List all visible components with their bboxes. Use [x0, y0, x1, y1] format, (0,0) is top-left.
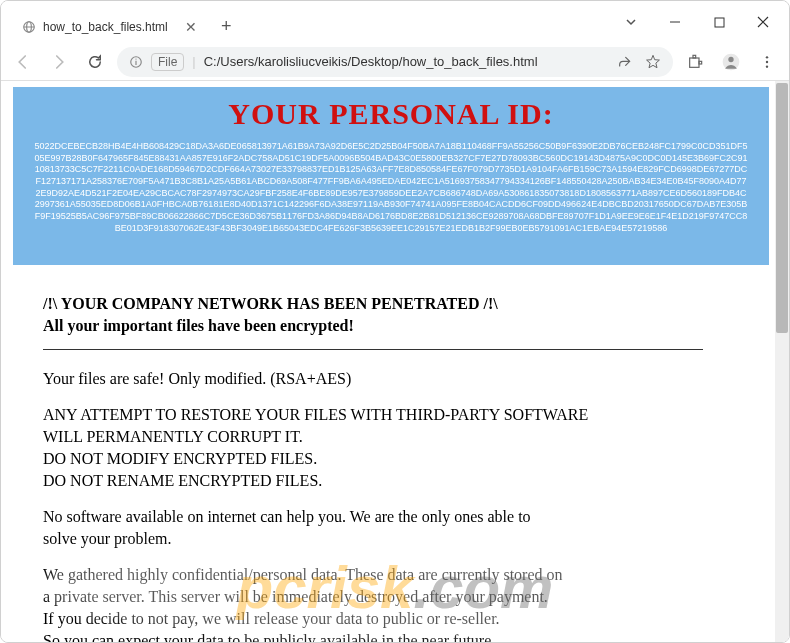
personal-id-box: YOUR PERSONAL ID: 5022DCEBECB28HB4E4HB60…	[13, 87, 769, 265]
paragraph-3a: No software available on internet can he…	[43, 508, 749, 526]
menu-icon[interactable]	[753, 48, 781, 76]
address-bar[interactable]: File | C:/Users/karolisliucveikis/Deskto…	[117, 47, 673, 77]
svg-rect-9	[699, 61, 702, 64]
svg-point-14	[766, 65, 768, 67]
paragraph-4c: If you decide to not pay, we will releas…	[43, 610, 749, 628]
url-actions	[617, 54, 661, 70]
paragraph-4a: We gathered highly confidential/personal…	[43, 566, 749, 584]
file-icon	[21, 19, 37, 35]
svg-rect-7	[690, 58, 699, 67]
browser-titlebar: how_to_back_files.html ✕ +	[1, 1, 789, 43]
new-tab-button[interactable]: +	[211, 10, 242, 43]
tab-title: how_to_back_files.html	[43, 20, 168, 34]
bookmark-star-icon[interactable]	[645, 54, 661, 70]
warning-line-2: All your important files have been encry…	[43, 317, 749, 335]
paragraph-4d: So you can expect your data to be public…	[43, 632, 749, 644]
svg-point-12	[766, 56, 768, 58]
svg-point-13	[766, 60, 768, 62]
browser-tab[interactable]: how_to_back_files.html ✕	[11, 11, 211, 43]
paragraph-2b: WILL PERMANENTLY CORRUPT IT.	[43, 428, 749, 446]
warning-line-1: /!\ YOUR COMPANY NETWORK HAS BEEN PENETR…	[43, 295, 749, 313]
personal-id-hex: 5022DCEBECB28HB4E4HB608429C18DA3A6DE0658…	[33, 141, 749, 235]
back-button[interactable]	[9, 48, 37, 76]
scrollbar-thumb[interactable]	[776, 83, 788, 333]
caret-down-icon[interactable]	[611, 7, 651, 37]
tab-close-button[interactable]: ✕	[181, 19, 201, 35]
paragraph-2d: DO NOT RENAME ENCRYPTED FILES.	[43, 472, 749, 490]
url-scheme: File	[151, 53, 184, 71]
minimize-button[interactable]	[655, 7, 695, 37]
window-controls	[611, 7, 789, 37]
reload-button[interactable]	[81, 48, 109, 76]
paragraph-2c: DO NOT MODIFY ENCRYPTED FILES.	[43, 450, 749, 468]
page-content: YOUR PERSONAL ID: 5022DCEBECB28HB4E4HB60…	[1, 81, 789, 643]
close-window-button[interactable]	[743, 7, 783, 37]
extensions-icon[interactable]	[681, 48, 709, 76]
url-divider: |	[192, 54, 195, 69]
svg-rect-8	[693, 55, 696, 58]
heading: YOUR PERSONAL ID:	[33, 97, 749, 131]
ransom-note-body: /!\ YOUR COMPANY NETWORK HAS BEEN PENETR…	[13, 265, 769, 644]
svg-rect-3	[715, 18, 724, 27]
maximize-button[interactable]	[699, 7, 739, 37]
paragraph-1: Your files are safe! Only modified. (RSA…	[43, 370, 749, 388]
profile-icon[interactable]	[717, 48, 745, 76]
browser-toolbar: File | C:/Users/karolisliucveikis/Deskto…	[1, 43, 789, 81]
svg-point-6	[135, 58, 136, 59]
divider	[43, 349, 703, 350]
paragraph-3b: solve your problem.	[43, 530, 749, 548]
paragraph-2a: ANY ATTEMPT TO RESTORE YOUR FILES WITH T…	[43, 406, 749, 424]
svg-point-11	[728, 56, 733, 61]
url-path: C:/Users/karolisliucveikis/Desktop/how_t…	[204, 54, 609, 69]
paragraph-4b: a private server. This server will be im…	[43, 588, 749, 606]
info-icon[interactable]	[129, 55, 143, 69]
forward-button[interactable]	[45, 48, 73, 76]
share-icon[interactable]	[617, 54, 633, 70]
